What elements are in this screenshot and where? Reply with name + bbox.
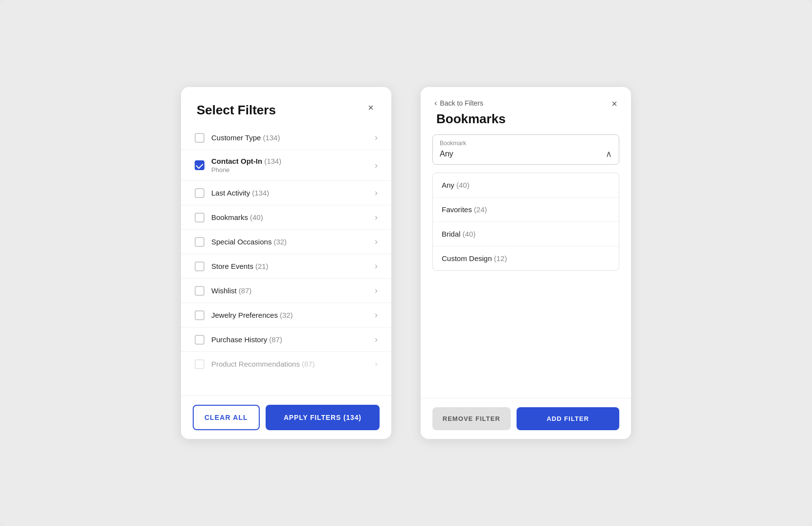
chevron-right-icon: › — [375, 334, 378, 345]
filter-label: Store Events (21) — [211, 262, 371, 270]
close-button-right[interactable]: × — [608, 97, 621, 110]
filter-item-special-occasions[interactable]: Special Occasions (32) › — [181, 230, 391, 254]
chevron-right-icon: › — [375, 188, 378, 198]
checkbox-store-events[interactable] — [195, 262, 204, 271]
apply-filters-button[interactable]: APPLY FILTERS (134) — [266, 405, 380, 430]
filter-item-content: Contact Opt-In (134) Phone — [211, 157, 371, 174]
spacer — [421, 271, 631, 398]
checkbox-wishlist[interactable] — [195, 286, 204, 296]
filter-item-content: Wishlist (87) — [211, 286, 371, 295]
bookmarks-title: Bookmarks — [421, 110, 631, 134]
checkbox-product-recommendations[interactable] — [195, 359, 204, 369]
chevron-right-icon: › — [375, 237, 378, 247]
bookmark-dropdown[interactable]: Bookmark Any ∧ — [432, 134, 619, 165]
filter-item-content: Last Activity (134) — [211, 189, 371, 197]
chevron-right-icon: › — [375, 132, 378, 143]
panel-header: Select Filters × — [181, 87, 391, 126]
back-label: Back to Filters — [440, 99, 483, 107]
filter-label: Bookmarks (40) — [211, 213, 371, 221]
bookmark-options-list: Any (40) Favorites (24) Bridal (40) Cust… — [432, 173, 619, 271]
close-button[interactable]: × — [364, 101, 378, 114]
filter-item-last-activity[interactable]: Last Activity (134) › — [181, 181, 391, 205]
filter-label: Purchase History (87) — [211, 335, 371, 344]
clear-all-button[interactable]: CLEAR ALL — [193, 405, 260, 430]
option-custom-design[interactable]: Custom Design (12) — [433, 246, 619, 270]
option-favorites[interactable]: Favorites (24) — [433, 197, 619, 222]
filter-item-store-events[interactable]: Store Events (21) › — [181, 254, 391, 279]
filter-label: Contact Opt-In (134) — [211, 157, 371, 165]
filter-label: Product Recommendations (87) — [211, 360, 371, 368]
filter-list: Customer Type (134) › Contact Opt-In (13… — [181, 126, 391, 395]
checkbox-jewelry-preferences[interactable] — [195, 310, 204, 320]
panel-footer: CLEAR ALL APPLY FILTERS (134) — [181, 395, 391, 439]
dropdown-label: Bookmark — [433, 135, 619, 148]
panel-title: Select Filters — [197, 103, 276, 117]
right-panel-footer: REMOVE FILTER ADD FILTER — [421, 398, 631, 439]
filter-sublabel: Phone — [211, 166, 371, 174]
filter-item-content: Product Recommendations (87) — [211, 360, 371, 368]
dropdown-selected-value[interactable]: Any ∧ — [433, 148, 619, 164]
option-bridal[interactable]: Bridal (40) — [433, 222, 619, 246]
checkbox-purchase-history[interactable] — [195, 335, 204, 345]
filter-label: Jewelry Preferences (32) — [211, 311, 371, 319]
screen: Select Filters × Customer Type (134) › — [0, 0, 812, 526]
filter-item-contact-opt-in[interactable]: Contact Opt-In (134) Phone › — [181, 150, 391, 181]
chevron-up-icon: ∧ — [606, 149, 612, 159]
filter-label: Special Occasions (32) — [211, 238, 371, 246]
checkbox-customer-type[interactable] — [195, 133, 204, 143]
filter-item-content: Customer Type (134) — [211, 133, 371, 142]
filter-item-content: Store Events (21) — [211, 262, 371, 270]
filter-item-customer-type[interactable]: Customer Type (134) › — [181, 126, 391, 150]
filter-item-product-recommendations[interactable]: Product Recommendations (87) › — [181, 352, 391, 376]
filter-label: Customer Type (134) — [211, 133, 371, 142]
checkbox-last-activity[interactable] — [195, 188, 204, 198]
chevron-right-icon: › — [375, 359, 378, 369]
filter-label: Wishlist (87) — [211, 286, 371, 295]
add-filter-button[interactable]: ADD FILTER — [517, 407, 620, 430]
back-arrow-icon: ‹ — [434, 99, 437, 108]
filter-item-content: Bookmarks (40) — [211, 213, 371, 221]
chevron-right-icon: › — [375, 285, 378, 296]
filter-item-content: Purchase History (87) — [211, 335, 371, 344]
chevron-right-icon: › — [375, 261, 378, 271]
checkbox-special-occasions[interactable] — [195, 237, 204, 247]
checkbox-contact-opt-in[interactable] — [195, 160, 204, 170]
checkbox-bookmarks[interactable] — [195, 213, 204, 222]
bookmarks-panel: ‹ Back to Filters × Bookmarks Bookmark A… — [421, 87, 631, 439]
option-any[interactable]: Any (40) — [433, 173, 619, 197]
filter-item-wishlist[interactable]: Wishlist (87) › — [181, 279, 391, 303]
filter-item-jewelry-preferences[interactable]: Jewelry Preferences (32) › — [181, 303, 391, 328]
filter-item-content: Jewelry Preferences (32) — [211, 311, 371, 319]
filter-label: Last Activity (134) — [211, 189, 371, 197]
remove-filter-button[interactable]: REMOVE FILTER — [432, 407, 511, 430]
chevron-right-icon: › — [375, 310, 378, 320]
back-to-filters-link[interactable]: ‹ Back to Filters — [421, 87, 631, 110]
chevron-right-icon: › — [375, 212, 378, 222]
filter-item-purchase-history[interactable]: Purchase History (87) › — [181, 328, 391, 352]
select-filters-panel: Select Filters × Customer Type (134) › — [181, 87, 391, 439]
filter-item-content: Special Occasions (32) — [211, 238, 371, 246]
chevron-right-icon: › — [375, 160, 378, 171]
filter-item-bookmarks[interactable]: Bookmarks (40) › — [181, 205, 391, 230]
